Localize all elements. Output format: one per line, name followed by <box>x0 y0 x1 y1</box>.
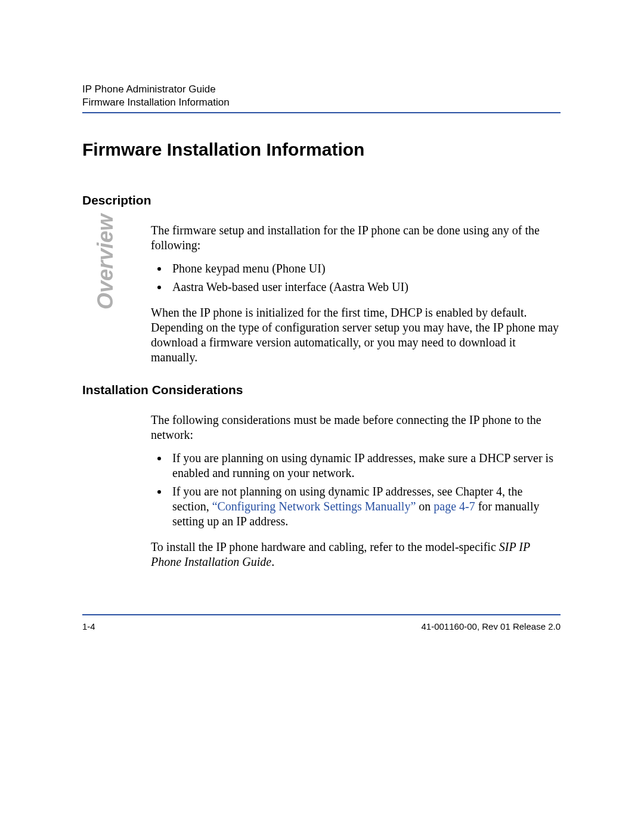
description-bullets: Phone keypad menu (Phone UI) Aastra Web-… <box>151 261 561 295</box>
page-reference-link[interactable]: page 4-7 <box>434 500 475 513</box>
list-item: Phone keypad menu (Phone UI) <box>169 261 561 276</box>
considerations-bullets: If you are planning on using dynamic IP … <box>151 451 561 529</box>
running-header-line2: Firmware Installation Information <box>82 97 561 109</box>
list-item: If you are not planning on using dynamic… <box>169 484 561 529</box>
description-intro: The firmware setup and installation for … <box>151 223 561 253</box>
section-title-description: Description <box>82 193 561 208</box>
page-footer: 1-4 41-001160-00, Rev 01 Release 2.0 <box>82 621 561 631</box>
page-title: Firmware Installation Information <box>82 140 561 160</box>
page-content: IP Phone Administrator Guide Firmware In… <box>82 83 561 578</box>
running-header-line1: IP Phone Administrator Guide <box>82 83 561 95</box>
closing-suffix: . <box>271 555 274 568</box>
cross-reference-link[interactable]: “Configuring Network Settings Manually” <box>212 500 416 513</box>
bullet-text-mid: on <box>416 500 434 513</box>
list-item: Aastra Web-based user interface (Aastra … <box>169 280 561 295</box>
footer-doc-id: 41-001160-00, Rev 01 Release 2.0 <box>422 621 561 631</box>
header-rule <box>82 112 561 113</box>
section-title-considerations: Installation Considerations <box>82 383 561 397</box>
list-item: If you are planning on using dynamic IP … <box>169 451 561 481</box>
closing-prefix: To install the IP phone hardware and cab… <box>151 540 499 553</box>
footer-page-number: 1-4 <box>82 621 95 631</box>
considerations-intro: The following considerations must be mad… <box>151 413 561 442</box>
closing-paragraph: To install the IP phone hardware and cab… <box>151 540 561 569</box>
description-paragraph: When the IP phone is initialized for the… <box>151 305 561 365</box>
footer-rule <box>82 614 561 615</box>
